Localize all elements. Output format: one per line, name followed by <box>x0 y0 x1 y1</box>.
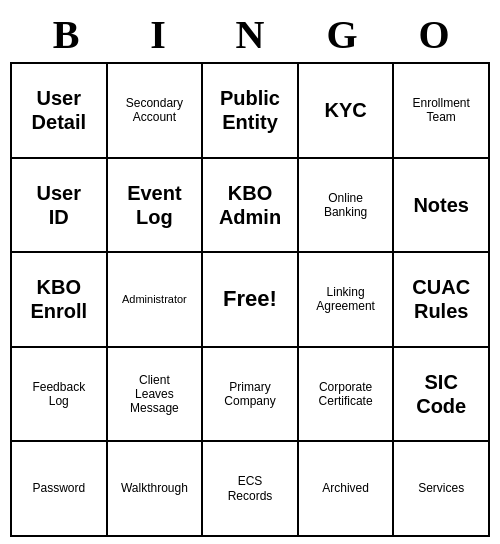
cell-text: EventLog <box>127 181 181 229</box>
bingo-cell-0-1: SecondaryAccount <box>108 64 204 159</box>
header-letter: O <box>394 11 474 58</box>
cell-text: UserDetail <box>32 86 86 134</box>
bingo-cell-1-1: EventLog <box>108 159 204 254</box>
cell-text: CorporateCertificate <box>319 380 373 409</box>
bingo-cell-0-0: UserDetail <box>12 64 108 159</box>
bingo-cell-3-2: PrimaryCompany <box>203 348 299 443</box>
cell-text: KYC <box>324 98 366 122</box>
bingo-cell-2-4: CUACRules <box>394 253 490 348</box>
header-letter: G <box>302 11 382 58</box>
bingo-cell-4-2: ECSRecords <box>203 442 299 537</box>
cell-text: EnrollmentTeam <box>413 96 470 125</box>
cell-text: CUACRules <box>412 275 470 323</box>
cell-text: Archived <box>322 481 369 495</box>
cell-text: SICCode <box>416 370 466 418</box>
bingo-cell-0-2: PublicEntity <box>203 64 299 159</box>
bingo-cell-3-4: SICCode <box>394 348 490 443</box>
cell-text: Services <box>418 481 464 495</box>
cell-text: PublicEntity <box>220 86 280 134</box>
cell-text: SecondaryAccount <box>126 96 183 125</box>
header-letter: I <box>118 11 198 58</box>
cell-text: KBOEnroll <box>30 275 87 323</box>
bingo-cell-4-3: Archived <box>299 442 395 537</box>
bingo-card: BINGO UserDetailSecondaryAccountPublicEn… <box>10 7 490 537</box>
cell-text: ECSRecords <box>228 474 273 503</box>
bingo-cell-2-1: Administrator <box>108 253 204 348</box>
bingo-cell-1-2: KBOAdmin <box>203 159 299 254</box>
bingo-header: BINGO <box>10 7 490 62</box>
bingo-cell-4-0: Password <box>12 442 108 537</box>
bingo-cell-2-3: LinkingAgreement <box>299 253 395 348</box>
cell-text: Password <box>32 481 85 495</box>
bingo-cell-3-3: CorporateCertificate <box>299 348 395 443</box>
header-letter: B <box>26 11 106 58</box>
header-letter: N <box>210 11 290 58</box>
cell-text: Administrator <box>122 293 187 306</box>
cell-text: OnlineBanking <box>324 191 367 220</box>
bingo-cell-1-3: OnlineBanking <box>299 159 395 254</box>
cell-text: Free! <box>223 286 277 312</box>
cell-text: Notes <box>413 193 469 217</box>
cell-text: Walkthrough <box>121 481 188 495</box>
bingo-cell-2-2: Free! <box>203 253 299 348</box>
cell-text: ClientLeavesMessage <box>130 373 179 416</box>
bingo-cell-3-1: ClientLeavesMessage <box>108 348 204 443</box>
bingo-cell-1-4: Notes <box>394 159 490 254</box>
cell-text: UserID <box>37 181 81 229</box>
bingo-cell-4-1: Walkthrough <box>108 442 204 537</box>
bingo-cell-2-0: KBOEnroll <box>12 253 108 348</box>
bingo-cell-0-4: EnrollmentTeam <box>394 64 490 159</box>
bingo-cell-3-0: FeedbackLog <box>12 348 108 443</box>
cell-text: LinkingAgreement <box>316 285 375 314</box>
cell-text: KBOAdmin <box>219 181 281 229</box>
bingo-cell-0-3: KYC <box>299 64 395 159</box>
bingo-cell-4-4: Services <box>394 442 490 537</box>
bingo-cell-1-0: UserID <box>12 159 108 254</box>
bingo-grid: UserDetailSecondaryAccountPublicEntityKY… <box>10 62 490 537</box>
cell-text: FeedbackLog <box>32 380 85 409</box>
cell-text: PrimaryCompany <box>224 380 275 409</box>
